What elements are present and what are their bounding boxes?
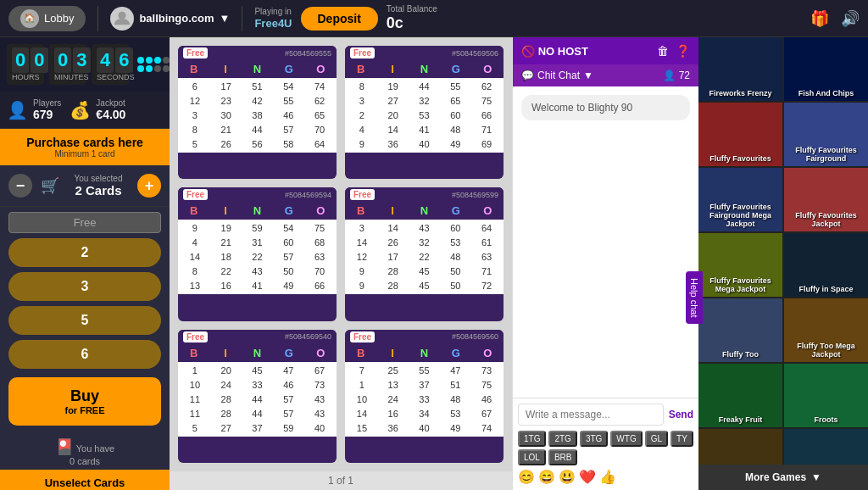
chat-header-icons: 🗑 ❓ <box>657 44 690 58</box>
send-button[interactable]: Send <box>669 404 693 426</box>
emoji-smile[interactable]: 😊 <box>518 469 535 485</box>
game-tile-fluffy-space[interactable]: Fluffy in Space <box>784 233 868 297</box>
game-tile-label: Froots <box>813 415 840 424</box>
emoji-grin[interactable]: 😃 <box>559 469 576 485</box>
card-cell: 21 <box>211 123 242 136</box>
card-opt-3[interactable]: 3 <box>8 272 161 301</box>
card-opt-5[interactable]: 5 <box>8 306 161 335</box>
card-id: #5084569599 <box>452 191 498 199</box>
chevron-down-icon[interactable]: ▼ <box>220 12 231 25</box>
emoji-heart[interactable]: ❤️ <box>579 469 596 485</box>
help-chat-tab[interactable]: Help chat <box>686 271 703 324</box>
card-cell: 23 <box>211 94 242 108</box>
gift-icon[interactable]: 🎁 <box>810 9 829 28</box>
card-cell: 74 <box>304 80 335 93</box>
card-opt-2[interactable]: 2 <box>8 238 161 267</box>
card-cell: 4 <box>180 236 210 249</box>
card-cell: 64 <box>304 137 335 151</box>
card-cell: 50 <box>440 279 470 292</box>
minutes-digit-2: 3 <box>73 47 90 73</box>
chat-tag-1tg[interactable]: 1TG <box>518 431 546 447</box>
emoji-thumbs[interactable]: 👍 <box>599 469 616 485</box>
game-tile-fairground-mega[interactable]: Fluffy Favourites Fairground Mega Jackpo… <box>698 168 782 231</box>
game-tile-fairground[interactable]: Fluffy Favourites Fairground <box>784 103 868 166</box>
balance-value: 0c <box>387 14 437 33</box>
game-tile-fireworks[interactable]: Fireworks Frenzy <box>698 37 782 101</box>
card-cell: 53 <box>440 407 470 420</box>
game-tile-bottom2[interactable] <box>784 429 868 465</box>
card-cell: 54 <box>273 80 303 93</box>
more-games-button[interactable]: More Games ▼ <box>698 465 868 490</box>
card-cell: 8 <box>180 123 210 136</box>
chat-delete-icon[interactable]: 🗑 <box>657 44 669 58</box>
left-panel: 0 0 HOURS 0 3 MINUTES 4 6 SECONDS <box>0 37 170 490</box>
game-tile-froots[interactable]: Froots <box>784 364 868 427</box>
jackpot-value: €4.00 <box>96 108 125 121</box>
minus-button[interactable]: − <box>8 174 32 198</box>
game-tile-fluffy-too-mega[interactable]: Fluffy Too Mega Jackpot <box>784 298 868 362</box>
bingo-card: Free #5084569560 BINGO725554773113375175… <box>345 330 504 463</box>
lobby-button[interactable]: 🏠 Lobby <box>8 6 86 31</box>
chat-emojis[interactable]: 😊 😄 😃 ❤️ 👍 <box>518 469 693 485</box>
deposit-button[interactable]: Deposit <box>301 7 378 31</box>
card-cell: 71 <box>471 123 502 136</box>
card-cell: 32 <box>409 94 440 108</box>
bingo-letter-B: B <box>345 60 376 78</box>
game-tile-fishchips[interactable]: Fish And Chips <box>784 37 868 101</box>
card-cell: 14 <box>378 221 409 235</box>
center-panel: Free #5084569555 BINGO617515474122342556… <box>170 37 512 490</box>
card-cell: 40 <box>409 421 440 435</box>
card-cell: 17 <box>378 250 409 264</box>
timer-section: 0 0 HOURS 0 3 MINUTES 4 6 SECONDS <box>0 37 170 92</box>
chat-tag-lol[interactable]: LOL <box>518 449 546 465</box>
game-tile-fluffy[interactable]: Fluffy Favourites <box>698 103 782 166</box>
card-cell: 7 <box>347 364 377 377</box>
plus-button[interactable]: + <box>137 174 161 198</box>
volume-icon[interactable]: 🔊 <box>841 9 860 28</box>
card-cell: 27 <box>211 421 242 435</box>
chat-tag-wtg[interactable]: WTG <box>610 431 642 447</box>
card-cell: 1 <box>347 378 377 392</box>
game-tile-fluffy-jackpot[interactable]: Fluffy Favourites Jackpot <box>784 168 868 231</box>
chat-tag-brb[interactable]: BRB <box>548 449 578 465</box>
card-free-badge: Free <box>350 189 375 200</box>
chat-input[interactable] <box>518 404 664 426</box>
game-tile-label: Fluffy Too <box>721 350 760 359</box>
chat-channel[interactable]: 💬 Chit Chat ▼ <box>521 70 593 81</box>
card-cell: 31 <box>242 236 273 249</box>
header-divider <box>97 6 98 31</box>
card-cell: 30 <box>211 109 242 122</box>
chat-tag-2tg[interactable]: 2TG <box>548 431 576 447</box>
card-cell: 5 <box>180 137 210 151</box>
card-cell: 28 <box>211 407 242 420</box>
card-cell: 40 <box>409 137 440 151</box>
unselect-button[interactable]: Unselect Cards <box>0 470 170 490</box>
card-cell: 14 <box>347 236 377 249</box>
bingo-letter-I: I <box>376 202 408 220</box>
card-opt-6[interactable]: 6 <box>8 340 161 369</box>
card-cell: 9 <box>347 279 377 292</box>
chat-tag-3tg[interactable]: 3TG <box>580 431 608 447</box>
have-cards-value: 0 cards <box>70 456 100 466</box>
card-cell: 13 <box>180 279 210 292</box>
game-tile-fluffy-too[interactable]: Fluffy Too <box>698 298 782 362</box>
game-tile-freaky[interactable]: Freaky Fruit <box>698 364 782 427</box>
seconds-digit-2: 6 <box>115 47 132 73</box>
card-cell: 12 <box>180 94 210 108</box>
card-cell: 53 <box>409 109 440 122</box>
chat-help-icon[interactable]: ❓ <box>676 44 690 58</box>
card-cell: 75 <box>304 221 335 235</box>
chat-tag-ty[interactable]: TY <box>670 431 693 447</box>
buy-button[interactable]: Buy for FREE <box>8 377 161 426</box>
chat-tag-gl[interactable]: GL <box>645 431 668 447</box>
chat-messages[interactable]: Welcome to Blighty 90 <box>513 86 698 398</box>
chat-input-row: Send <box>518 404 693 426</box>
bingo-letter-N: N <box>242 60 273 78</box>
game-tile-bottom1[interactable] <box>698 429 782 465</box>
card-cell: 50 <box>440 264 470 278</box>
game-tile-label: Freaky Fruit <box>717 415 765 424</box>
game-tile-fluffy-mega[interactable]: Fluffy Favourites Mega Jackpot <box>698 233 782 297</box>
card-cell: 45 <box>409 264 440 278</box>
emoji-laugh[interactable]: 😄 <box>538 469 555 485</box>
card-cell: 20 <box>378 109 409 122</box>
